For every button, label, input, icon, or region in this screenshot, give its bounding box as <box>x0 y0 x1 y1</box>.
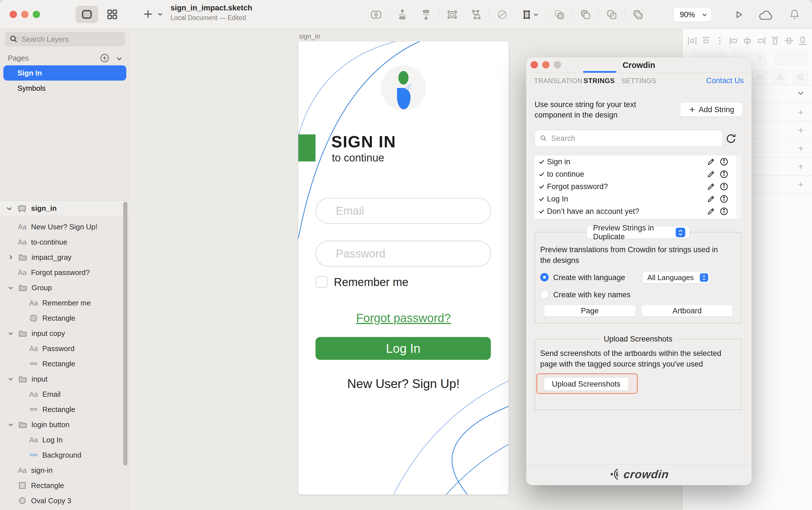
refresh-strings-button[interactable] <box>725 133 737 145</box>
layer-row[interactable]: Rectangle <box>16 478 64 493</box>
add-blur-button[interactable]: + <box>796 180 805 188</box>
edit-string-icon[interactable] <box>706 157 716 166</box>
layer-row[interactable]: impact_gray <box>5 250 71 265</box>
string-row[interactable]: Sign in <box>534 155 736 168</box>
rotate-button[interactable] <box>496 8 509 21</box>
move-forward-button[interactable] <box>396 8 409 21</box>
layer-row[interactable]: input copy <box>5 326 65 341</box>
align-top-icon[interactable] <box>770 35 781 47</box>
chevron-down-icon[interactable] <box>6 205 13 212</box>
string-row[interactable]: to continue <box>534 168 736 180</box>
zoom-level-select[interactable]: 90% <box>673 7 712 22</box>
layer-row[interactable]: Aato-continue <box>16 234 67 250</box>
rotation-field[interactable]: ° <box>774 50 808 66</box>
move-backward-button[interactable] <box>419 8 433 21</box>
log-in-button[interactable]: Log In <box>316 337 491 360</box>
more-options-icon[interactable] <box>714 35 725 47</box>
layer-row[interactable]: Rectangle <box>27 402 75 417</box>
artboard-root-row[interactable]: sign_in <box>0 201 129 216</box>
flip-vertical-button[interactable] <box>791 69 809 85</box>
add-style-button[interactable]: + <box>796 108 805 116</box>
strings-list-scrollbar[interactable] <box>736 155 742 219</box>
layer-row[interactable]: Group <box>5 280 52 295</box>
align-left-icon[interactable] <box>728 35 739 47</box>
edit-string-icon[interactable] <box>706 194 716 204</box>
password-field[interactable]: Password <box>316 241 491 267</box>
edit-string-icon[interactable] <box>706 170 716 179</box>
layer-row[interactable]: Background <box>27 447 82 463</box>
chevron-down-icon[interactable] <box>8 422 14 428</box>
edit-string-icon[interactable] <box>706 182 716 191</box>
string-search-field[interactable] <box>534 130 723 147</box>
flip-horizontal-button[interactable] <box>772 69 789 85</box>
sidebar-page-symbols[interactable]: Symbols <box>3 81 126 96</box>
chevron-right-icon[interactable] <box>8 254 14 260</box>
string-info-icon[interactable] <box>720 194 729 204</box>
edit-string-icon[interactable] <box>706 207 716 216</box>
layer-row[interactable]: AaRemember me <box>27 295 91 310</box>
string-search-input[interactable] <box>551 134 698 143</box>
create-with-key-names-radio[interactable] <box>540 290 549 299</box>
layer-row[interactable]: login button <box>5 417 69 432</box>
forgot-password-link[interactable]: Forgot password? <box>298 311 509 325</box>
add-page-icon[interactable] <box>99 53 110 63</box>
tidy-icon[interactable] <box>700 35 712 47</box>
string-row[interactable]: Forgot password? <box>534 180 736 193</box>
layer-row[interactable]: input <box>5 371 47 387</box>
align-center-horizontal-icon[interactable] <box>742 35 753 47</box>
tab-settings[interactable]: SETTINGS <box>621 77 656 85</box>
remember-me-checkbox[interactable] <box>316 276 328 288</box>
create-symbol-button[interactable] <box>370 8 383 21</box>
layer-row[interactable]: AaPassword <box>27 341 75 356</box>
layer-row[interactable]: AaLog In <box>27 432 63 447</box>
add-border-button[interactable]: + <box>796 144 805 152</box>
preview-strings-dropdown[interactable]: Preview Strings in Duplicate <box>587 226 690 239</box>
minimize-window-button[interactable] <box>21 11 28 18</box>
sign-in-artboard[interactable]: SIGN IN to continue Email Password Remem… <box>298 41 509 494</box>
language-select[interactable]: All Languages <box>642 272 710 283</box>
distribute-horizontal-icon[interactable] <box>687 35 698 47</box>
align-bottom-icon[interactable] <box>797 35 808 47</box>
transform-button[interactable] <box>519 8 540 21</box>
notifications-bell-button[interactable] <box>788 8 801 22</box>
string-row[interactable]: Log In <box>534 193 736 205</box>
string-info-icon[interactable] <box>720 157 729 166</box>
sidebar-page-sign-in[interactable]: Sign In <box>3 65 126 81</box>
artboard-title-label[interactable]: sign_in <box>299 32 320 40</box>
chevron-down-icon[interactable] <box>8 284 14 291</box>
canvas-view-toggle[interactable] <box>76 6 98 23</box>
layer-row[interactable]: Aasign-in <box>16 463 53 478</box>
boolean-difference-button[interactable] <box>632 8 644 21</box>
boolean-union-button[interactable] <box>553 8 566 21</box>
add-shadow-button[interactable]: + <box>796 162 805 171</box>
grid-view-toggle[interactable] <box>101 6 123 23</box>
preview-artboard-button[interactable]: Artboard <box>641 305 733 317</box>
layer-row[interactable]: Rectangle <box>27 310 75 326</box>
chevron-down-icon[interactable] <box>8 376 14 382</box>
section-collapse-icon[interactable] <box>796 89 805 97</box>
tab-strings[interactable]: STRINGS <box>584 77 615 85</box>
layer-row[interactable]: Rectangle <box>27 356 75 371</box>
close-window-button[interactable] <box>9 11 17 18</box>
string-info-icon[interactable] <box>720 207 729 216</box>
add-fill-button[interactable]: + <box>796 126 805 134</box>
create-with-language-radio[interactable] <box>540 273 549 281</box>
string-info-icon[interactable] <box>720 182 729 191</box>
insert-button[interactable] <box>142 8 163 20</box>
contact-us-link[interactable]: Contact Us <box>706 77 744 85</box>
boolean-intersect-button[interactable] <box>605 8 618 21</box>
string-info-icon[interactable] <box>720 170 729 179</box>
layer-row[interactable]: AaEmail <box>27 387 61 402</box>
layer-search-field[interactable] <box>5 32 125 47</box>
preview-page-button[interactable]: Page <box>544 305 636 317</box>
upload-screenshots-button[interactable]: Upload Screenshots <box>544 378 629 391</box>
cloud-sync-button[interactable] <box>758 9 774 21</box>
add-string-button[interactable]: Add String <box>680 102 743 117</box>
sign-up-link[interactable]: New User? Sign Up! <box>298 377 509 391</box>
chevron-down-icon[interactable] <box>8 330 14 336</box>
align-right-icon[interactable] <box>756 35 767 47</box>
search-layers-input[interactable] <box>22 35 112 44</box>
preview-play-button[interactable] <box>733 9 744 20</box>
ungroup-button[interactable] <box>469 8 483 21</box>
sidebar-scrollbar[interactable] <box>123 202 127 466</box>
